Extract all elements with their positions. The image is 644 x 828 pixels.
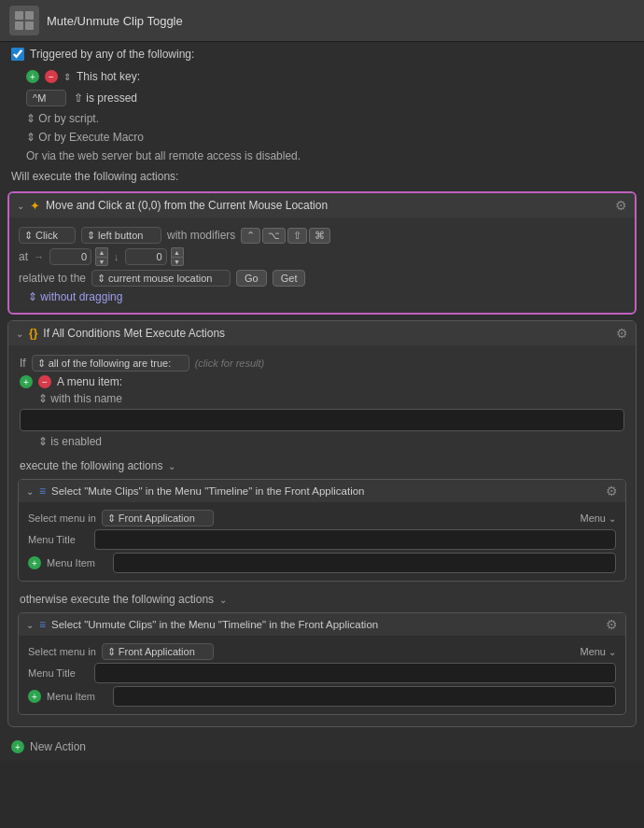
front-app-select-unmute[interactable]: ⇕ Front Application	[102, 643, 214, 660]
move-click-body: ⇕ Click ⇕ left button with modifiers ⌃ ⌥…	[9, 218, 635, 313]
is-enabled-label[interactable]: ⇕ is enabled	[38, 435, 102, 448]
window-title: Mute/Unmute Clip Toggle	[47, 14, 183, 28]
select-menu-in-row-unmute: Select menu in ⇕ Front Application Menu …	[28, 643, 616, 660]
all-following-select[interactable]: ⇕ all of the following are true:	[32, 355, 189, 372]
at-xy-row: at → ▲ ▼ ↓ ▲ ▼	[19, 247, 625, 266]
ctrl-modifier[interactable]: ⌃	[241, 228, 260, 244]
unmute-gear-icon[interactable]: ⚙	[606, 617, 618, 632]
cond-body: If ⇕ all of the following are true: (cli…	[8, 345, 636, 454]
menu-title-label-unmute: Menu Title	[28, 667, 89, 679]
menu-title-row-mute: Menu Title Timeline	[28, 529, 616, 550]
cond-gear-icon[interactable]: ⚙	[616, 326, 628, 341]
get-button[interactable]: Get	[273, 270, 306, 287]
x-up-button[interactable]: ▲	[95, 247, 108, 257]
menu-item-input-mute[interactable]: Mute Clips	[113, 553, 616, 573]
cmd-modifier[interactable]: ⌘	[309, 228, 330, 244]
move-click-chevron[interactable]: ⌄	[17, 201, 24, 211]
select-menu-in-label-unmute: Select menu in	[28, 646, 96, 657]
triggered-row: Triggered by any of the following:	[0, 42, 644, 66]
add-hotkey-button[interactable]: +	[26, 70, 39, 83]
triggered-label: Triggered by any of the following:	[30, 48, 194, 61]
select-menu-in-row: Select menu in ⇕ Front Application Menu …	[28, 510, 616, 526]
or-via-webserver-row: Or via the web server but all remote acc…	[0, 147, 644, 165]
or-by-execute-macro-label[interactable]: ⇕ Or by Execute Macro	[26, 131, 144, 144]
is-enabled-row: ⇕ is enabled	[38, 435, 624, 448]
menu-chevron-unmute[interactable]: ⌄	[609, 647, 616, 657]
shift-modifier[interactable]: ⇧	[287, 228, 307, 244]
add-condition-button[interactable]: +	[20, 375, 33, 388]
select-mute-clips-body: Select menu in ⇕ Front Application Menu …	[19, 502, 625, 581]
front-app-select-mute[interactable]: ⇕ Front Application	[102, 510, 214, 526]
select-unmute-clips-header: ⌄ ≡ Select "Unmute Clips" in the Menu "T…	[19, 613, 625, 636]
remove-hotkey-button[interactable]: −	[45, 70, 58, 83]
svg-rect-1	[25, 11, 34, 20]
click-for-result[interactable]: (click for result)	[195, 358, 265, 369]
this-hotkey-label: This hot key:	[77, 70, 140, 83]
will-execute-label: Will execute the following actions:	[0, 165, 644, 186]
relative-to-label: relative to the	[19, 272, 86, 285]
is-pressed-label: ⇧ is pressed	[74, 91, 137, 105]
mute-list-icon: ≡	[39, 484, 46, 498]
menu-item-label-mute: Menu Item	[47, 557, 107, 568]
mute-gear-icon[interactable]: ⚙	[606, 484, 618, 498]
go-button[interactable]: Go	[236, 270, 267, 287]
x-stepper[interactable]: ▲ ▼	[95, 247, 108, 266]
or-by-execute-macro-row: ⇕ Or by Execute Macro	[0, 128, 644, 147]
svg-rect-3	[25, 21, 34, 30]
hotkey-select[interactable]: ^M	[26, 90, 66, 106]
unmute-chevron[interactable]: ⌄	[26, 620, 34, 630]
with-this-name-label[interactable]: ⇕ with this name	[38, 392, 122, 405]
new-action-label[interactable]: New Action	[30, 740, 86, 753]
move-click-action-block: ⌄ ✦ Move and Click at (0,0) from the Cur…	[7, 191, 637, 315]
menu-item-row-unmute: + Menu Item Unmute Clips	[28, 686, 616, 707]
relative-row: relative to the ⇕ current mouse location…	[19, 270, 625, 287]
x-down-button[interactable]: ▼	[95, 257, 108, 266]
menu-title-label-mute: Menu Title	[28, 534, 89, 545]
execute-chevron[interactable]: ⌄	[168, 461, 175, 471]
opt-modifier[interactable]: ⌥	[262, 228, 286, 244]
triggered-checkbox[interactable]	[11, 48, 24, 61]
menu-title-input-mute[interactable]: Timeline	[94, 529, 616, 550]
y-input[interactable]	[125, 248, 167, 265]
remove-condition-button[interactable]: −	[38, 375, 51, 388]
menu-item-input-unmute[interactable]: Unmute Clips	[113, 686, 616, 707]
execute-label: execute the following actions	[20, 459, 162, 472]
mute-chevron[interactable]: ⌄	[26, 486, 34, 497]
new-action-button[interactable]: +	[11, 740, 24, 753]
y-up-button[interactable]: ▲	[171, 247, 184, 257]
menu-title-input-unmute[interactable]: Timeline	[94, 663, 616, 683]
hotkey-value-row: ^M ⇧ is pressed	[0, 87, 644, 109]
with-modifiers-label: with modifiers	[167, 229, 235, 242]
menu-item-row-mute: + Menu Item Mute Clips	[28, 553, 616, 573]
if-all-conditions-block: ⌄ {} If All Conditions Met Execute Actio…	[7, 320, 637, 727]
at-label: at	[19, 250, 28, 263]
select-mute-clips-title: Select "Mute Clips" in the Menu "Timelin…	[51, 485, 365, 497]
select-unmute-clips-block: ⌄ ≡ Select "Unmute Clips" in the Menu "T…	[18, 612, 626, 715]
menu-chevron-mute[interactable]: ⌄	[609, 513, 616, 524]
add-menu-item-mute-button[interactable]: +	[28, 556, 41, 569]
button-select[interactable]: ⇕ left button	[81, 227, 161, 244]
add-menu-item-unmute-button[interactable]: +	[28, 690, 41, 703]
move-click-gear-icon[interactable]: ⚙	[615, 198, 627, 213]
relative-select[interactable]: ⇕ current mouse location	[91, 270, 231, 287]
otherwise-chevron[interactable]: ⌄	[219, 595, 227, 605]
or-by-script-label[interactable]: ⇕ Or by script.	[26, 112, 99, 125]
app-icon	[9, 6, 39, 35]
select-menu-in-label: Select menu in	[28, 512, 96, 524]
menu-item-value-input[interactable]: Unmute Clips	[20, 409, 624, 431]
menu-title-row-unmute: Menu Title Timeline	[28, 663, 616, 683]
webserver-label: Or via the web server but all remote acc…	[26, 149, 301, 162]
y-stepper[interactable]: ▲ ▼	[171, 247, 184, 266]
select-mute-clips-block: ⌄ ≡ Select "Mute Clips" in the Menu "Tim…	[18, 479, 626, 582]
modifier-group: ⌃ ⌥ ⇧ ⌘	[241, 228, 330, 244]
cond-header: ⌄ {} If All Conditions Met Execute Actio…	[8, 321, 636, 345]
arrow-down-icon: ↓	[114, 251, 119, 262]
y-down-button[interactable]: ▼	[171, 257, 184, 266]
click-type-select[interactable]: ⇕ Click	[19, 227, 76, 244]
arrow-right-icon: →	[34, 251, 44, 262]
svg-rect-2	[15, 21, 23, 30]
without-dragging-label[interactable]: ⇕ without dragging	[28, 290, 122, 303]
cond-chevron[interactable]: ⌄	[16, 329, 23, 339]
hotkey-arrow: ⇕	[63, 72, 71, 82]
x-input[interactable]	[49, 248, 91, 265]
